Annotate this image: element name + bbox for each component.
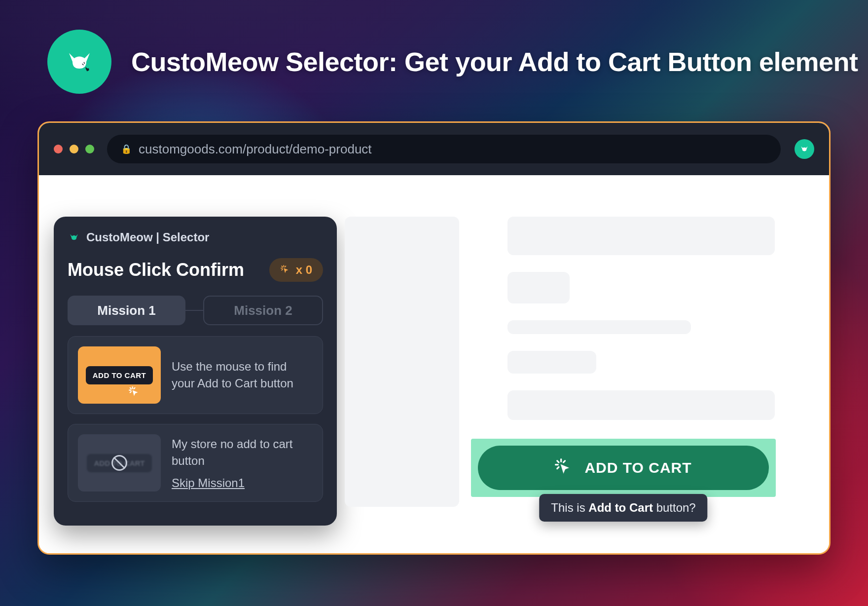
tooltip-prefix: This is	[551, 501, 588, 514]
instruction-preview: ADD TO CART	[78, 346, 161, 404]
customeow-logo	[47, 30, 111, 94]
panel-title: Mouse Click Confirm	[68, 260, 244, 280]
cat-icon	[68, 231, 80, 244]
cursor-click-icon	[128, 386, 141, 399]
lock-icon: 🔒	[121, 144, 132, 154]
instruction-text: Use the mouse to find your Add to Cart b…	[172, 358, 313, 391]
skeleton-line	[507, 272, 570, 303]
tooltip-suffix: button?	[653, 501, 696, 514]
skeleton-product-image	[345, 217, 459, 507]
panel-brand: CustoMeow | Selector	[86, 230, 209, 244]
instruction-text-skip: My store no add to cart button	[172, 436, 313, 469]
tab-mission-2[interactable]: Mission 2	[203, 296, 323, 325]
window-minimize-icon[interactable]	[70, 145, 78, 153]
cat-icon	[799, 144, 810, 154]
selector-panel: CustoMeow | Selector Mouse Click Confirm…	[54, 217, 337, 526]
prohibited-icon	[111, 455, 127, 471]
atc-target-area: ADD TO CART This is Add to Cart button?	[471, 439, 776, 497]
instruction-card-find: ADD TO CART Use the mouse to find your A…	[68, 336, 323, 414]
browser-content: CustoMeow | Selector Mouse Click Confirm…	[39, 175, 829, 553]
url-text: customgoods.com/product/demo-product	[139, 142, 372, 157]
window-close-icon[interactable]	[54, 145, 63, 153]
instruction-preview-disabled: ADD TO CART	[78, 434, 161, 492]
url-bar[interactable]: 🔒 customgoods.com/product/demo-product	[107, 135, 781, 163]
browser-chrome: 🔒 customgoods.com/product/demo-product	[39, 123, 829, 175]
tab-connector	[185, 310, 203, 311]
browser-window: 🔒 customgoods.com/product/demo-product C…	[37, 121, 831, 555]
cat-icon	[62, 44, 97, 79]
mission-tabs: Mission 1 Mission 2	[68, 296, 323, 325]
tooltip-bold: Add to Cart	[588, 501, 653, 514]
atc-tooltip: This is Add to Cart button?	[539, 494, 707, 522]
cursor-click-icon	[555, 458, 574, 477]
cursor-click-icon	[280, 265, 291, 275]
add-to-cart-button[interactable]: ADD TO CART	[478, 446, 769, 490]
traffic-lights	[54, 145, 94, 153]
skeleton-line	[507, 217, 775, 255]
counter-value: x 0	[296, 263, 312, 277]
extension-badge[interactable]	[795, 139, 814, 159]
atc-highlight: ADD TO CART	[471, 439, 776, 497]
skip-mission-link[interactable]: Skip Mission1	[172, 476, 313, 490]
window-maximize-icon[interactable]	[85, 145, 94, 153]
skeleton-line	[507, 351, 596, 374]
page-title: CustoMeow Selector: Get your Add to Cart…	[131, 46, 858, 77]
skeleton-line	[507, 390, 775, 420]
tab-mission-1[interactable]: Mission 1	[68, 296, 185, 325]
panel-header: CustoMeow | Selector	[68, 230, 323, 244]
preview-atc-button: ADD TO CART	[86, 366, 153, 384]
instruction-card-skip: ADD TO CART My store no add to cart butt…	[68, 424, 323, 502]
skeleton-line	[507, 320, 691, 334]
click-counter: x 0	[269, 258, 323, 282]
page-header: CustoMeow Selector: Get your Add to Cart…	[47, 30, 858, 94]
atc-label: ADD TO CART	[584, 459, 691, 476]
